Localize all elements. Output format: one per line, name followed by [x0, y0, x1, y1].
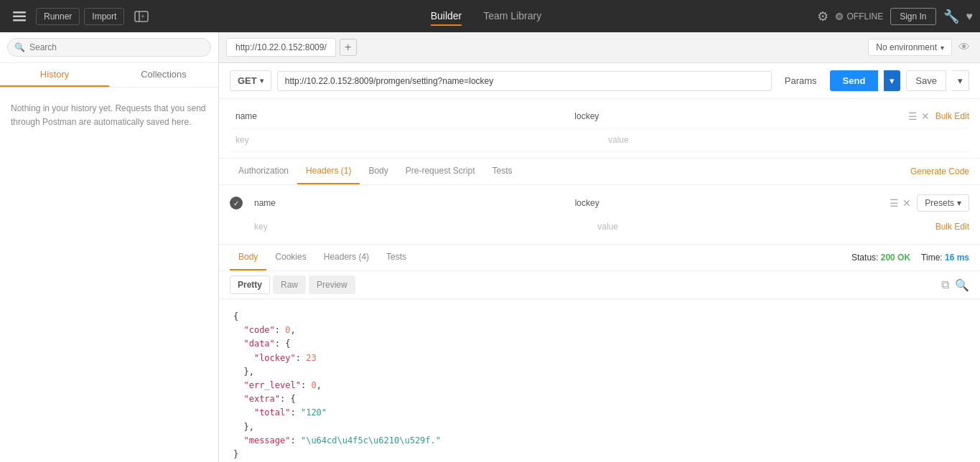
- svg-rect-2: [13, 19, 26, 22]
- body-tab-pretty[interactable]: Pretty: [230, 275, 270, 294]
- json-response-body: { "code": 0, "data": { "lockey": 23 }, "…: [219, 299, 980, 462]
- send-button[interactable]: Send: [830, 70, 879, 91]
- add-tab-button[interactable]: +: [340, 39, 357, 56]
- header-icons: ☰ ✕: [890, 197, 911, 209]
- resp-tab-tests[interactable]: Tests: [378, 245, 415, 270]
- env-label: No environment: [876, 42, 937, 52]
- params-section: name lockey ☰ ✕ Bulk Edit key value: [219, 99, 980, 159]
- params-button[interactable]: Params: [778, 71, 824, 90]
- header-key: name: [248, 195, 564, 211]
- offline-indicator: [836, 13, 843, 20]
- url-input[interactable]: [277, 71, 772, 91]
- search-input[interactable]: [7, 38, 211, 57]
- offline-label: OFFLINE: [846, 11, 883, 22]
- status-value: 200 OK: [881, 253, 910, 263]
- heart-icon: ♥: [966, 10, 974, 23]
- menu-icon[interactable]: ☰: [908, 110, 918, 122]
- main-layout: 🔍 History Collections Nothing in your hi…: [0, 32, 980, 462]
- main-content: http://10.22.0.152:8009/ + No environmen…: [219, 32, 980, 462]
- url-tab[interactable]: http://10.22.0.152:8009/: [226, 38, 336, 57]
- close-icon[interactable]: ✕: [921, 110, 930, 122]
- method-label: GET: [238, 75, 257, 86]
- method-selector[interactable]: GET ▾: [230, 70, 271, 91]
- offline-badge: OFFLINE: [836, 11, 883, 22]
- param-key: name: [230, 108, 563, 124]
- header-value: lockey: [569, 195, 885, 211]
- param-key-placeholder: key: [230, 132, 597, 148]
- menu-icon[interactable]: ☰: [890, 197, 899, 209]
- time-value: 16 ms: [945, 253, 969, 263]
- svg-rect-1: [13, 15, 26, 17]
- sign-in-button[interactable]: Sign In: [890, 8, 935, 25]
- environment-selector[interactable]: No environment ▾: [868, 39, 952, 56]
- sidebar: 🔍 History Collections Nothing in your hi…: [0, 32, 219, 462]
- param-row: name lockey ☰ ✕ Bulk Edit: [230, 105, 969, 128]
- tab-pre-request[interactable]: Pre-request Script: [397, 159, 484, 184]
- generate-code-link[interactable]: Generate Code: [910, 166, 969, 176]
- request-bar: GET ▾ Params Send ▾ Save ▾: [219, 63, 980, 99]
- header-empty-row: key value Bulk Edit: [230, 215, 969, 238]
- body-tabs: Pretty Raw Preview ⧉ 🔍: [219, 271, 980, 299]
- sidebar-tabs: History Collections: [0, 63, 218, 88]
- copy-icon[interactable]: ⧉: [941, 278, 949, 292]
- team-library-tab[interactable]: Team Library: [483, 7, 541, 26]
- nav-tabs: Builder Team Library: [159, 7, 813, 26]
- presets-button[interactable]: Presets ▾: [917, 194, 969, 212]
- json-text: { "code": 0, "data": { "lockey": 23 }, "…: [233, 310, 966, 461]
- request-tabs: Authorization Headers (1) Body Pre-reque…: [219, 159, 980, 185]
- history-tab[interactable]: History: [0, 63, 109, 87]
- resp-tab-headers[interactable]: Headers (4): [315, 245, 378, 270]
- param-value: lockey: [569, 108, 902, 124]
- collections-tab[interactable]: Collections: [109, 63, 218, 87]
- history-empty-message: Nothing in your history yet. Requests th…: [0, 88, 218, 143]
- presets-label: Presets: [925, 198, 954, 208]
- response-status: Status: 200 OK Time: 16 ms: [851, 253, 969, 263]
- url-bar: http://10.22.0.152:8009/ + No environmen…: [219, 32, 980, 63]
- tab-body[interactable]: Body: [360, 159, 396, 184]
- header-row: ✓ name lockey ☰ ✕ Presets ▾: [230, 191, 969, 215]
- bulk-edit-link[interactable]: Bulk Edit: [935, 111, 969, 121]
- param-value-placeholder: value: [602, 132, 969, 148]
- header-key-placeholder: key: [248, 219, 586, 235]
- svg-text:+: +: [141, 13, 145, 20]
- tab-tests[interactable]: Tests: [483, 159, 521, 184]
- top-navbar: Runner Import + Builder Team Library ⚙ O…: [0, 0, 980, 32]
- chevron-down-icon: ▾: [941, 44, 944, 52]
- chevron-down-icon: ▾: [260, 77, 263, 85]
- time-label: Time: 16 ms: [921, 253, 969, 263]
- svg-rect-0: [13, 11, 26, 14]
- search-icon[interactable]: 🔍: [955, 278, 969, 292]
- runner-button[interactable]: Runner: [36, 8, 80, 25]
- body-tab-raw[interactable]: Raw: [273, 275, 306, 294]
- search-bar: 🔍: [0, 32, 218, 63]
- close-icon[interactable]: ✕: [902, 197, 911, 209]
- wrench-icon: 🔧: [943, 9, 959, 24]
- chevron-down-icon: ▾: [957, 198, 961, 208]
- tab-headers[interactable]: Headers (1): [297, 159, 360, 184]
- status-label: Status: 200 OK: [851, 253, 910, 263]
- resp-tab-body[interactable]: Body: [230, 245, 266, 270]
- nav-right-section: ⚙ OFFLINE Sign In 🔧 ♥: [817, 8, 973, 25]
- body-tab-preview[interactable]: Preview: [309, 275, 355, 294]
- gear-icon: ⚙: [817, 9, 829, 24]
- response-section: Body Cookies Headers (4) Tests Status: 2…: [219, 245, 980, 462]
- eye-button[interactable]: 👁: [956, 41, 973, 54]
- check-icon: ✓: [230, 197, 243, 209]
- send-dropdown-button[interactable]: ▾: [884, 70, 900, 91]
- headers-section: ✓ name lockey ☰ ✕ Presets ▾ key value Bu…: [219, 185, 980, 245]
- save-dropdown-button[interactable]: ▾: [952, 70, 969, 91]
- response-tabs-bar: Body Cookies Headers (4) Tests Status: 2…: [219, 245, 980, 271]
- header-bulk-edit-link[interactable]: Bulk Edit: [935, 222, 969, 232]
- body-action-icons: ⧉ 🔍: [941, 278, 969, 292]
- resp-tab-cookies[interactable]: Cookies: [266, 245, 314, 270]
- sidebar-toggle-button[interactable]: [7, 9, 32, 24]
- builder-tab[interactable]: Builder: [431, 7, 462, 26]
- header-value-placeholder: value: [592, 219, 929, 235]
- search-icon: 🔍: [14, 42, 25, 52]
- param-icons: ☰ ✕: [908, 110, 930, 122]
- tab-authorization[interactable]: Authorization: [230, 159, 297, 184]
- save-button[interactable]: Save: [906, 70, 946, 91]
- param-empty-row: key value: [230, 128, 969, 152]
- new-tab-button[interactable]: +: [129, 8, 154, 25]
- import-button[interactable]: Import: [84, 8, 124, 25]
